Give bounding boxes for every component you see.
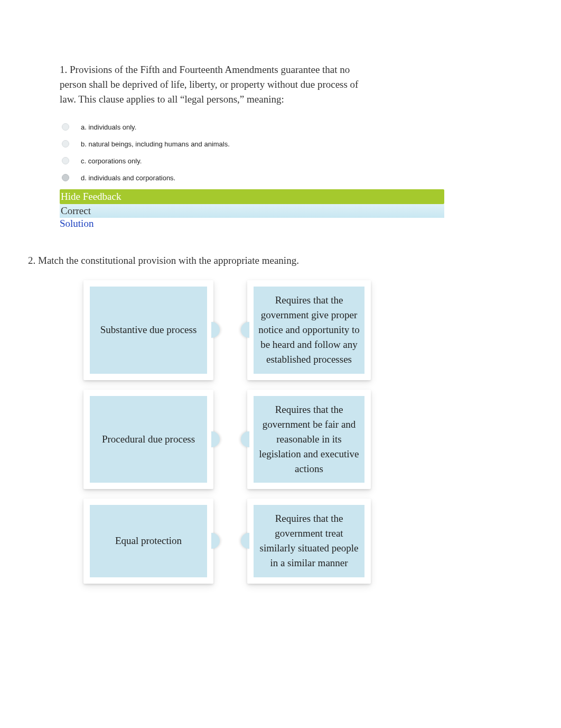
match-term-card[interactable]: Procedural due process (83, 390, 213, 490)
radio-icon[interactable] (62, 140, 69, 148)
connector-peg-in-icon (241, 533, 249, 549)
option-b-row[interactable]: b. natural beings, including humans and … (60, 135, 444, 152)
match-term-card[interactable]: Equal protection (83, 499, 213, 583)
match-definition-label: Requires that the government treat simil… (254, 505, 364, 577)
match-definition-card[interactable]: Requires that the government treat simil… (247, 499, 371, 583)
match-term-label: Equal protection (90, 505, 207, 577)
match-term-label: Procedural due process (90, 396, 207, 483)
option-c-row[interactable]: c. corporations only. (60, 152, 444, 169)
radio-icon[interactable] (62, 123, 69, 131)
option-d-row[interactable]: d. individuals and corporations. (60, 169, 444, 186)
option-a-row[interactable]: a. individuals only. (60, 118, 444, 135)
radio-icon-selected[interactable] (62, 174, 69, 181)
match-row: Equal protection Requires that the gover… (83, 499, 386, 583)
connector-peg-out-icon (211, 533, 220, 549)
match-definition-label: Requires that the government be fair and… (254, 396, 364, 483)
option-a-label: a. individuals only. (81, 123, 136, 131)
match-row: Procedural due process Requires that the… (83, 390, 386, 490)
hide-feedback-button[interactable]: Hide Feedback (60, 189, 444, 204)
solution-link[interactable]: Solution (60, 218, 444, 229)
option-b-label: b. natural beings, including humans and … (81, 140, 230, 148)
option-c-label: c. corporations only. (81, 157, 142, 165)
question-2-match-grid: Substantive due process Requires that th… (83, 280, 386, 584)
match-definition-card[interactable]: Requires that the government give proper… (247, 280, 371, 380)
question-1-prompt: 1. Provisions of the Fifth and Fourteent… (60, 62, 359, 107)
match-term-card[interactable]: Substantive due process (83, 280, 213, 380)
connector-peg-in-icon (241, 431, 249, 447)
connector-peg-out-icon (211, 322, 220, 338)
connector-peg-out-icon (211, 431, 220, 447)
question-2-prompt: 2. Match the constitutional provision wi… (28, 255, 299, 266)
match-term-label: Substantive due process (90, 287, 207, 374)
match-row: Substantive due process Requires that th… (83, 280, 386, 380)
connector-peg-in-icon (241, 322, 249, 338)
feedback-status: Correct (60, 204, 444, 218)
question-1-options: a. individuals only. b. natural beings, … (60, 118, 444, 186)
match-definition-label: Requires that the government give proper… (254, 287, 364, 374)
match-definition-card[interactable]: Requires that the government be fair and… (247, 390, 371, 490)
radio-icon[interactable] (62, 157, 69, 164)
option-d-label: d. individuals and corporations. (81, 174, 175, 182)
question-1: 1. Provisions of the Fifth and Fourteent… (60, 62, 444, 229)
